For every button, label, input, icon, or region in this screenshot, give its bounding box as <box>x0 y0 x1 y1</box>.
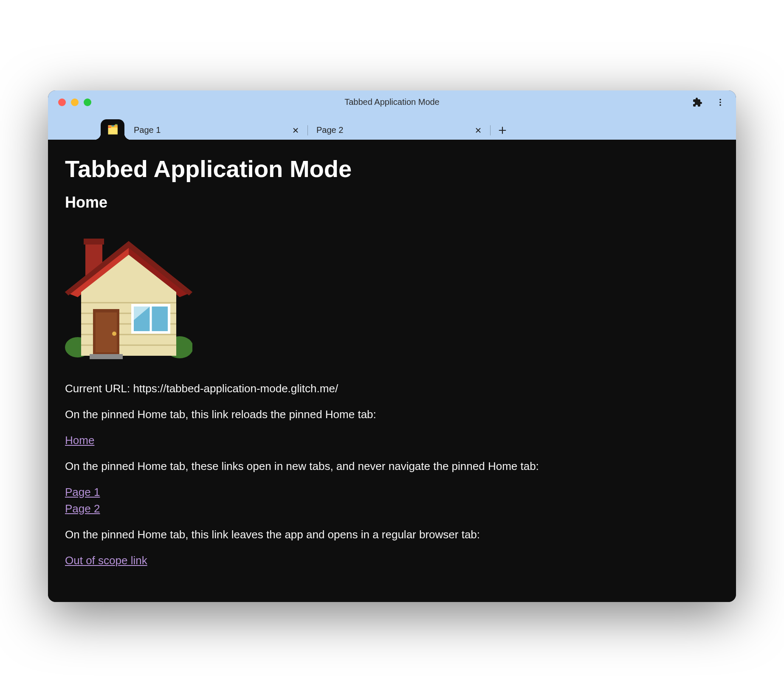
titlebar: Tabbed Application Mode <box>48 90 736 114</box>
svg-rect-6 <box>84 239 104 245</box>
page-title: Tabbed Application Mode <box>65 155 719 183</box>
hero-image <box>65 224 719 360</box>
more-menu-button[interactable] <box>713 95 728 110</box>
svg-point-1 <box>719 101 721 103</box>
close-icon <box>474 127 482 134</box>
puzzle-icon <box>692 97 702 107</box>
svg-rect-20 <box>90 354 123 359</box>
tabstrip: 🗂️ Page 1 Page 2 <box>48 114 736 140</box>
close-tab-button[interactable] <box>472 124 485 137</box>
minimize-window-button[interactable] <box>71 98 79 106</box>
svg-point-19 <box>112 332 116 336</box>
current-url-line: Current URL: https://tabbed-application-… <box>65 380 719 397</box>
window-title: Tabbed Application Mode <box>48 97 736 107</box>
tab-label: Page 2 <box>316 125 472 135</box>
close-icon <box>292 127 299 134</box>
link-page-2[interactable]: Page 2 <box>65 501 719 517</box>
extensions-button[interactable] <box>690 95 705 110</box>
plus-icon <box>498 126 507 135</box>
para-reload: On the pinned Home tab, this link reload… <box>65 406 719 423</box>
tab-separator <box>490 125 491 135</box>
close-window-button[interactable] <box>58 98 66 106</box>
page-content: Tabbed Application Mode Home <box>48 140 736 602</box>
more-vertical-icon <box>716 98 725 107</box>
link-home[interactable]: Home <box>65 432 719 449</box>
new-tab-button[interactable] <box>493 121 512 140</box>
tabs-icon: 🗂️ <box>107 124 118 135</box>
current-url-label: Current URL: <box>65 382 133 395</box>
window-controls <box>58 98 91 106</box>
svg-point-2 <box>719 104 721 106</box>
link-page-1[interactable]: Page 1 <box>65 484 719 501</box>
tab-label: Page 1 <box>134 125 289 135</box>
para-outofscope: On the pinned Home tab, this link leaves… <box>65 526 719 543</box>
pinned-home-tab[interactable]: 🗂️ <box>101 119 124 140</box>
tab-page-1[interactable]: Page 1 <box>125 121 308 140</box>
link-out-of-scope[interactable]: Out of scope link <box>65 552 719 569</box>
page-subtitle: Home <box>65 194 719 211</box>
svg-point-0 <box>719 98 721 100</box>
app-window: Tabbed Application Mode 🗂️ <box>48 90 736 602</box>
current-url-value: https://tabbed-application-mode.glitch.m… <box>133 382 338 395</box>
para-newtabs: On the pinned Home tab, these links open… <box>65 458 719 475</box>
close-tab-button[interactable] <box>289 124 302 137</box>
house-icon <box>65 224 192 360</box>
tab-page-2[interactable]: Page 2 <box>308 121 491 140</box>
maximize-window-button[interactable] <box>84 98 91 106</box>
